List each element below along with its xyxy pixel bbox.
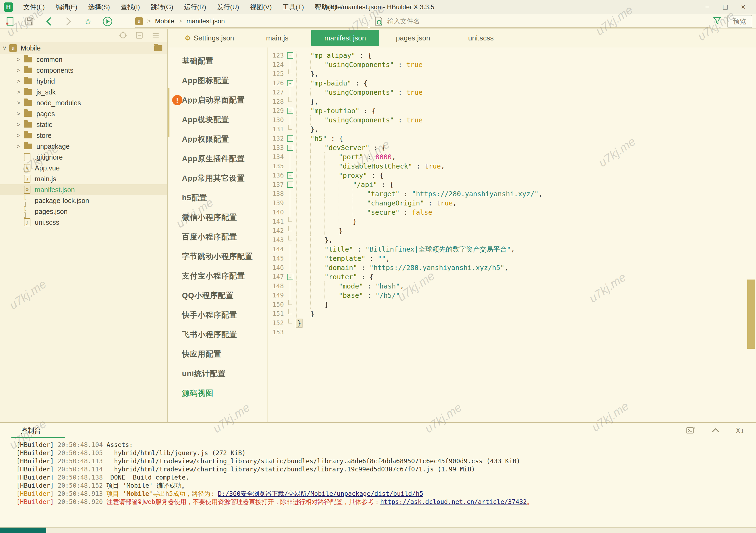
console-text: hybrid/html/lib/jquery.js (272 KiB) <box>106 449 246 456</box>
chevron-right-icon[interactable]: > <box>14 89 23 95</box>
token: : <box>399 190 412 198</box>
locate-file-icon[interactable] <box>119 31 127 39</box>
config-section-快应用配置[interactable]: 快应用配置 <box>168 344 267 364</box>
menu-item[interactable]: 编辑(E) <box>50 3 83 12</box>
tab-console[interactable]: 控制台 <box>21 426 41 435</box>
new-terminal-icon[interactable] <box>686 426 695 435</box>
close-icon[interactable]: × <box>734 1 752 13</box>
tree-item-main.js[interactable]: >Jmain.js <box>0 173 167 184</box>
config-section-QQ小程序配置[interactable]: QQ小程序配置 <box>168 286 267 305</box>
save-button[interactable] <box>19 15 39 28</box>
indent-guide <box>310 152 325 162</box>
config-section-App原生插件配置[interactable]: App原生插件配置 <box>168 149 267 168</box>
menu-item[interactable]: 文件(F) <box>18 3 50 12</box>
config-section-App图标配置[interactable]: App图标配置 <box>168 71 267 90</box>
tab-pages.json[interactable]: pages.json <box>379 30 447 46</box>
chevron-right-icon[interactable]: > <box>14 132 23 139</box>
config-section-App模块配置[interactable]: App模块配置 <box>168 110 267 129</box>
config-section-源码视图[interactable]: 源码视图 <box>168 384 267 403</box>
tab-main.js[interactable]: main.js <box>243 30 311 46</box>
fold-icon[interactable]: - <box>287 108 293 114</box>
tree-item-static[interactable]: >static <box>0 119 167 130</box>
minimize-icon[interactable]: − <box>698 1 716 13</box>
clear-console-icon[interactable]: X↓ <box>736 426 744 435</box>
breadcrumb-file[interactable]: manifest.json <box>186 17 225 25</box>
tree-item-components[interactable]: >components <box>0 65 167 76</box>
new-file-button[interactable] <box>0 15 19 28</box>
tab-manifest.json[interactable]: manifest.json <box>311 30 379 46</box>
search-input[interactable] <box>387 17 578 25</box>
breadcrumb-project[interactable]: Mobile <box>155 17 174 25</box>
menu-item[interactable]: 工具(T) <box>277 3 310 12</box>
config-section-uni统计配置[interactable]: uni统计配置 <box>168 364 267 384</box>
fold-icon[interactable]: - <box>287 145 293 151</box>
chevron-right-icon[interactable]: > <box>14 78 23 85</box>
menu-item[interactable]: 选择(S) <box>83 3 116 12</box>
config-section-快手小程序配置[interactable]: 快手小程序配置 <box>168 305 267 325</box>
fold-icon[interactable]: - <box>287 182 293 188</box>
tree-item-manifest.json[interactable]: >⚙manifest.json <box>0 184 167 195</box>
config-section-支付宝小程序配置[interactable]: 支付宝小程序配置 <box>168 266 267 286</box>
config-section-App权限配置[interactable]: App权限配置 <box>168 129 267 149</box>
menu-item[interactable]: 发行(U) <box>211 3 244 12</box>
fold-icon[interactable]: - <box>287 52 293 59</box>
chevron-right-icon[interactable]: > <box>14 121 23 128</box>
config-section-App常用其它设置[interactable]: App常用其它设置 <box>168 168 267 188</box>
tree-item-App.vue[interactable]: >VApp.vue <box>0 163 167 173</box>
config-section-微信小程序配置[interactable]: 微信小程序配置 <box>168 208 267 227</box>
config-section-App启动界面配置[interactable]: !App启动界面配置 <box>168 90 267 110</box>
code-line: 151} <box>268 309 756 318</box>
tree-item-common[interactable]: >common <box>0 54 167 65</box>
fold-icon[interactable]: - <box>287 274 293 280</box>
tree-item-uni.scss[interactable]: >ʃuni.scss <box>0 217 167 228</box>
tree-item-package-lock.json[interactable]: >[ ]package-lock.json <box>0 195 167 206</box>
collapse-panel-icon[interactable] <box>711 427 720 434</box>
filter-button[interactable] <box>713 17 721 26</box>
tree-item-node_modules[interactable]: >node_modules <box>0 97 167 108</box>
tree-item-.gitignore[interactable]: >.gitignore <box>0 152 167 163</box>
collapse-all-icon[interactable] <box>135 31 143 39</box>
favorite-button[interactable]: ☆ <box>78 15 98 28</box>
chevron-right-icon[interactable]: > <box>14 67 23 74</box>
config-section-字节跳动小程序配置[interactable]: 字节跳动小程序配置 <box>168 247 267 266</box>
tree-item-unpackage[interactable]: >unpackage <box>0 141 167 152</box>
tree-item-root[interactable]: > u Mobile <box>0 42 167 54</box>
config-section-飞书小程序配置[interactable]: 飞书小程序配置 <box>168 325 267 344</box>
tree-item-pages.json[interactable]: >[ ]pages.json <box>0 206 167 217</box>
config-section-基础配置[interactable]: 基础配置 <box>168 51 267 71</box>
menu-item[interactable]: 运行(R) <box>179 3 211 12</box>
token: { <box>339 135 343 142</box>
tab-Settings.json[interactable]: ⚙Settings.json <box>176 30 243 46</box>
menu-item[interactable]: 视图(V) <box>245 3 277 12</box>
config-section-h5配置[interactable]: h5配置 <box>168 188 267 208</box>
chevron-right-icon[interactable]: > <box>14 143 23 149</box>
console-link[interactable]: https://ask.dcloud.net.cn/article/37432 <box>380 498 527 505</box>
run-icon <box>102 16 113 27</box>
editor-scrollbar[interactable] <box>747 280 755 349</box>
run-button[interactable] <box>98 15 117 28</box>
console-link[interactable]: D:/360安全浏览器下载/交易所/Mobile/unpackage/dist/… <box>218 490 423 497</box>
fold-icon[interactable]: - <box>287 172 293 179</box>
tree-item-store[interactable]: >store <box>0 130 167 141</box>
fold-icon[interactable]: - <box>287 136 293 142</box>
tab-uni.scss[interactable]: uni.scss <box>447 30 515 46</box>
chevron-right-icon[interactable]: > <box>14 100 23 106</box>
indent-guide <box>338 208 353 217</box>
menu-icon[interactable] <box>151 31 160 39</box>
menu-item[interactable]: 查找(I) <box>116 3 146 12</box>
maximize-icon[interactable]: □ <box>716 1 734 13</box>
config-section-百度小程序配置[interactable]: 百度小程序配置 <box>168 227 267 247</box>
tree-item-js_sdk[interactable]: >js_sdk <box>0 87 167 97</box>
code-editor[interactable]: 123-"mp-alipay" : {124"usingComponents" … <box>268 47 756 422</box>
tree-item-hybrid[interactable]: >hybrid <box>0 76 167 87</box>
chevron-down-icon[interactable]: > <box>1 43 8 53</box>
chevron-right-icon[interactable]: > <box>14 56 23 63</box>
preview-button[interactable]: 预览 <box>727 15 752 28</box>
tree-item-pages[interactable]: >pages <box>0 108 167 119</box>
forward-button[interactable] <box>59 15 78 28</box>
fold-icon[interactable]: - <box>287 80 293 86</box>
menu-item[interactable]: 跳转(G) <box>145 3 179 12</box>
back-button[interactable] <box>39 15 59 28</box>
chevron-right-icon[interactable]: > <box>14 111 23 117</box>
code-text: "mode" : "hash", <box>338 282 404 290</box>
